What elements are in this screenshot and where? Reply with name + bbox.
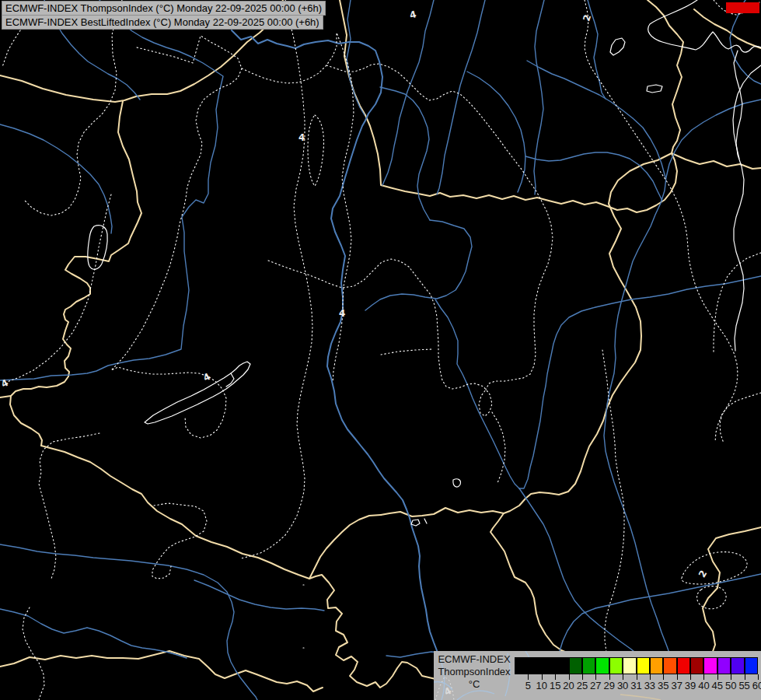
legend-tick-label: 35 (658, 680, 668, 691)
legend-tick-label: 10 (536, 680, 547, 691)
legend-tick-label: 5 (525, 680, 531, 691)
legend-tick (637, 674, 637, 680)
legend-cell-20 (556, 658, 567, 674)
weather-map-app: ECMWF-INDEX ThompsonIndex (°C) Monday 22… (0, 0, 761, 700)
legend-cell-5 (515, 658, 527, 674)
legend-tick (609, 674, 610, 680)
legend-source-label: ECMWF-INDEX (434, 653, 515, 666)
lake-ferto (88, 226, 108, 270)
legend-tick-label: 25 (577, 680, 588, 691)
legend-cell-30 (610, 658, 622, 674)
map-title-secondary: ECMWF-INDEX BestLiftedIndex (°C) Monday … (2, 15, 323, 30)
legend-cell-60 (745, 658, 757, 674)
legend-tick-label: 50 (725, 680, 736, 691)
map-canvas (0, 0, 761, 700)
legend-cell-31 (623, 658, 635, 674)
contour-value-label: 4 (298, 132, 305, 143)
legend-cell-35 (651, 658, 662, 674)
lakes-and-solid-contours (88, 0, 761, 648)
index-contours-dotted (2, 0, 761, 700)
legend-tick (555, 674, 556, 680)
legend-tick (703, 674, 704, 680)
legend-cell-29 (596, 658, 608, 674)
legend-tick-label: 15 (550, 680, 560, 691)
legend-tick-label: 37 (671, 680, 682, 691)
legend-tick (758, 674, 759, 680)
legend-tick-label: 45 (712, 680, 723, 691)
legend-cell-10 (529, 658, 540, 674)
legend-tick-label: 31 (630, 680, 641, 691)
legend-tick (528, 674, 529, 680)
legend-tick (595, 674, 596, 680)
legend-cell-40 (691, 658, 703, 674)
legend-panel: ECMWF-INDEX ThompsonIndex °C 51015202527… (434, 651, 761, 700)
legend-tick (690, 674, 691, 680)
legend-cell-55 (731, 658, 743, 674)
legend-tick (677, 674, 678, 680)
legend-index-label: ThompsonIndex (434, 666, 515, 678)
legend-tick-label: 29 (603, 680, 614, 691)
legend-tick (542, 674, 543, 680)
legend-colorbar (515, 657, 758, 674)
legend-tick (717, 674, 718, 680)
legend-cell-27 (583, 658, 595, 674)
legend-tick (745, 674, 745, 680)
legend-cell-15 (543, 658, 554, 674)
legend-tick (663, 674, 664, 680)
legend-cell-33 (637, 658, 649, 674)
legend-tick-label: 30 (617, 680, 628, 691)
legend-tick-label: 60 (752, 680, 761, 691)
contour-value-label: 4 (339, 308, 345, 319)
legend-tick-label: 55 (738, 680, 749, 691)
legend-tick-label: 20 (563, 680, 574, 691)
corner-marker (726, 2, 759, 13)
legend-tick-label: 33 (644, 680, 655, 691)
legend-tick-label: 39 (685, 680, 696, 691)
legend-tick (650, 674, 651, 680)
legend-cell-39 (678, 658, 689, 674)
legend-cell-25 (570, 658, 581, 674)
legend-tick (731, 674, 731, 680)
legend-tick (569, 674, 570, 680)
legend-cell-50 (718, 658, 730, 674)
map-title-primary: ECMWF-INDEX ThompsonIndex (°C) Monday 22… (2, 1, 326, 16)
legend-cell-45 (704, 658, 716, 674)
rivers (0, 0, 761, 700)
country-borders (0, 0, 761, 700)
lake-balaton (145, 362, 250, 424)
legend-cell-37 (664, 658, 675, 674)
legend-tick (582, 674, 583, 680)
legend-tick-label: 27 (590, 680, 601, 691)
legend-tick-label: 40 (698, 680, 709, 691)
legend-tick (623, 674, 623, 680)
